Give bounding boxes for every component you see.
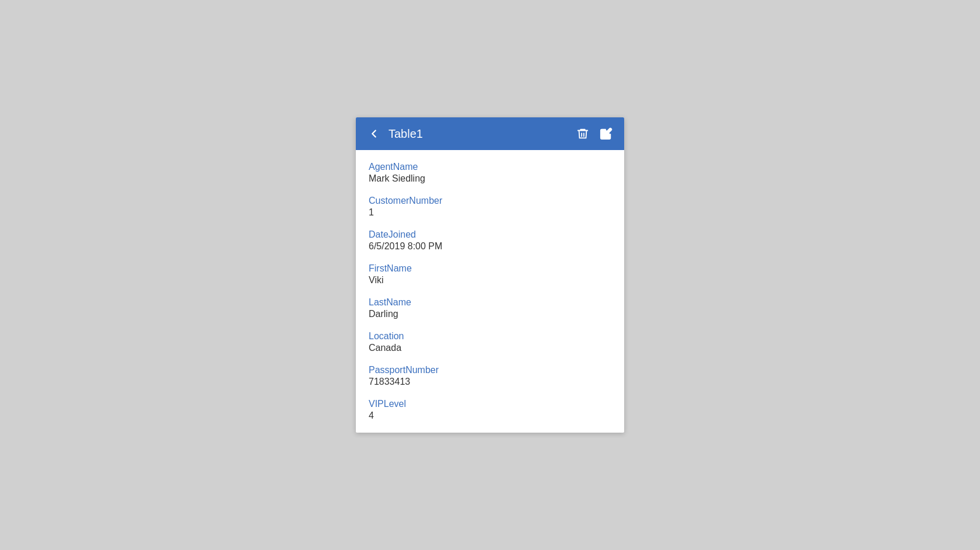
back-button[interactable] (368, 127, 380, 140)
field-label: DateJoined (369, 229, 611, 240)
field-value: Canada (369, 343, 611, 353)
field-row: LastNameDarling (356, 291, 624, 325)
card-header: Table1 (356, 117, 624, 150)
field-label: Location (369, 331, 611, 342)
field-row: CustomerNumber1 (356, 190, 624, 224)
field-value: Darling (369, 309, 611, 319)
header-left: Table1 (368, 127, 423, 141)
field-row: LocationCanada (356, 325, 624, 359)
record-card: Table1 AgentNameMark SiedlingCustomerNum… (356, 117, 624, 433)
card-title: Table1 (388, 127, 423, 141)
record-content: AgentNameMark SiedlingCustomerNumber1Dat… (356, 150, 624, 433)
field-value: Viki (369, 275, 611, 286)
field-value: 71833413 (369, 377, 611, 387)
field-row: FirstNameViki (356, 257, 624, 291)
field-label: LastName (369, 297, 611, 308)
field-label: PassportNumber (369, 365, 611, 375)
delete-button[interactable] (576, 127, 589, 140)
edit-button[interactable] (600, 127, 612, 140)
field-row: AgentNameMark Siedling (356, 156, 624, 190)
field-value: 4 (369, 410, 611, 421)
field-label: FirstName (369, 263, 611, 274)
field-value: 1 (369, 207, 611, 218)
field-label: AgentName (369, 162, 611, 172)
field-label: VIPLevel (369, 399, 611, 409)
field-row: DateJoined6/5/2019 8:00 PM (356, 224, 624, 257)
field-value: Mark Siedling (369, 173, 611, 184)
field-row: PassportNumber71833413 (356, 359, 624, 393)
field-label: CustomerNumber (369, 196, 611, 206)
field-value: 6/5/2019 8:00 PM (369, 241, 611, 252)
field-row: VIPLevel4 (356, 393, 624, 427)
header-actions (576, 127, 612, 140)
